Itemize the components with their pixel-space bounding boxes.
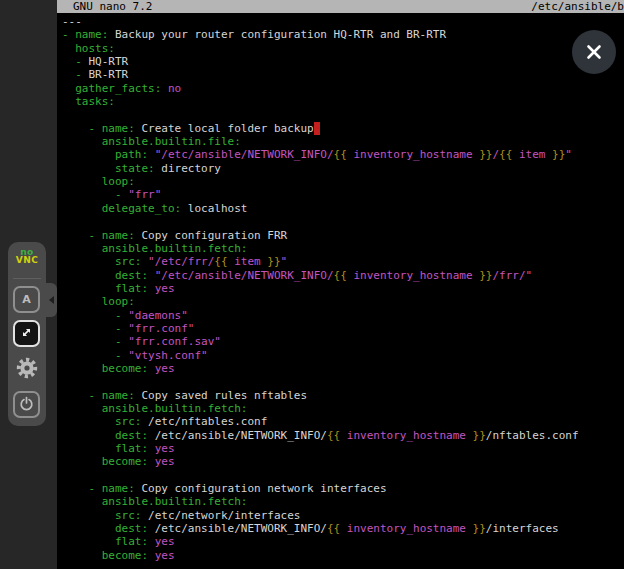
nano-version-label: GNU nano 7.2 xyxy=(73,0,152,13)
nano-titlebar: GNU nano 7.2 /etc/ansible/b xyxy=(57,0,624,13)
editor-line[interactable]: ansible.builtin.file: xyxy=(62,135,624,148)
editor-line[interactable]: - name: Copy saved rules nftables xyxy=(62,389,624,402)
editor-line[interactable]: - "frr.conf" xyxy=(62,322,624,335)
terminal-window: GNU nano 7.2 /etc/ansible/b ---- name: B… xyxy=(57,0,624,569)
editor-line[interactable]: loop: xyxy=(62,295,624,308)
fullscreen-button[interactable] xyxy=(13,320,40,347)
editor-line[interactable]: - "frr" xyxy=(62,188,624,201)
editor-line[interactable]: flat: yes xyxy=(62,442,624,455)
editor-line[interactable]: src: /etc/network/interfaces xyxy=(62,509,624,522)
editor-line[interactable]: dest: "/etc/ansible/NETWORK_INFO/{{ inve… xyxy=(62,269,624,282)
editor-line[interactable] xyxy=(62,108,624,121)
editor-line[interactable]: - HQ-RTR xyxy=(62,55,624,68)
editor-line[interactable] xyxy=(62,469,624,482)
editor-line[interactable]: - "frr.conf.sav" xyxy=(62,335,624,348)
editor-line[interactable]: src: "/etc/frr/{{ item }}" xyxy=(62,255,624,268)
editor-line[interactable]: - name: Backup your router configuration… xyxy=(62,28,624,41)
editor-line[interactable]: loop: xyxy=(62,175,624,188)
editor-line[interactable]: tasks: xyxy=(62,95,624,108)
screen: GNU nano 7.2 /etc/ansible/b ---- name: B… xyxy=(0,0,624,569)
keycap-a-icon: A xyxy=(22,293,31,306)
editor-line[interactable]: - BR-RTR xyxy=(62,68,624,81)
novnc-logo-bottom: VNC xyxy=(8,256,46,264)
editor-line[interactable]: - name: Copy configuration FRR xyxy=(62,229,624,242)
editor-line[interactable] xyxy=(62,375,624,388)
gear-icon xyxy=(15,356,39,383)
close-icon xyxy=(585,43,603,61)
editor-line[interactable]: delegate_to: localhost xyxy=(62,202,624,215)
editor-line[interactable]: hosts: xyxy=(62,42,624,55)
editor-line[interactable]: --- xyxy=(62,15,624,28)
novnc-logo: no VNC xyxy=(8,242,46,264)
editor-line[interactable]: ansible.builtin.fetch: xyxy=(62,242,624,255)
editor-line[interactable] xyxy=(62,215,624,228)
keyboard-button[interactable]: A xyxy=(13,286,40,313)
vnc-control-panel: no VNC A xyxy=(8,242,46,426)
power-button[interactable] xyxy=(13,391,40,418)
editor-line[interactable]: - name: Copy configuration network inter… xyxy=(62,482,624,495)
editor-line[interactable]: flat: yes xyxy=(62,282,624,295)
editor-line[interactable]: dest: /etc/ansible/NETWORK_INFO/{{ inven… xyxy=(62,429,624,442)
editor-line[interactable]: dest: /etc/ansible/NETWORK_INFO/{{ inven… xyxy=(62,522,624,535)
editor-line[interactable]: - "daemons" xyxy=(62,309,624,322)
editor-lines[interactable]: ---- name: Backup your router configurat… xyxy=(57,13,624,562)
fullscreen-icon xyxy=(19,325,34,343)
editor-line[interactable]: ansible.builtin.fetch: xyxy=(62,495,624,508)
editor-line[interactable]: src: /etc/nftables.conf xyxy=(62,415,624,428)
editor-line[interactable]: become: yes xyxy=(62,362,624,375)
panel-handle[interactable] xyxy=(45,283,57,317)
power-icon xyxy=(19,396,34,414)
close-button[interactable] xyxy=(572,30,616,74)
editor-line[interactable]: - name: Create local folder backup xyxy=(62,122,624,135)
editor-line[interactable]: ansible.builtin.fetch: xyxy=(62,402,624,415)
editor-line[interactable]: gather_facts: no xyxy=(62,82,624,95)
panel-divider xyxy=(13,278,41,279)
settings-button[interactable] xyxy=(13,356,40,383)
editor-line[interactable]: become: yes xyxy=(62,549,624,562)
editor-line[interactable]: flat: yes xyxy=(62,535,624,548)
editor-line[interactable]: - "vtysh.conf" xyxy=(62,349,624,362)
collapse-arrow-icon xyxy=(49,296,54,304)
editor-line[interactable]: state: directory xyxy=(62,162,624,175)
nano-filename-label: /etc/ansible/b xyxy=(531,0,624,13)
editor-line[interactable]: become: yes xyxy=(62,455,624,468)
editor-line[interactable]: path: "/etc/ansible/NETWORK_INFO/{{ inve… xyxy=(62,148,624,161)
